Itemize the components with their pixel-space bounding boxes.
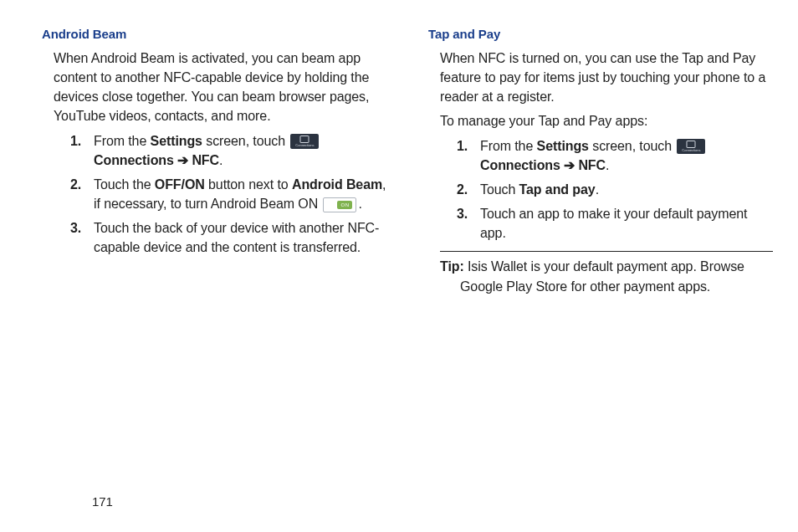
step-text: Touch xyxy=(480,182,519,197)
page-number: 171 xyxy=(92,494,113,509)
step-bold: Tap and pay xyxy=(519,182,596,197)
tap-and-pay-intro: When NFC is turned on, you can use the T… xyxy=(440,49,773,107)
step-text: . xyxy=(606,158,609,172)
list-item: 1. From the Settings screen, touch Conne… xyxy=(457,136,773,175)
step-number: 1. xyxy=(457,136,468,156)
step-text: button next to xyxy=(205,177,292,192)
step-bold: NFC xyxy=(578,158,606,172)
step-text: . xyxy=(596,182,599,197)
arrow-icon: ➔ xyxy=(560,158,579,172)
step-bold: Connections xyxy=(94,153,174,167)
list-item: 3. Touch an app to make it your default … xyxy=(457,204,773,243)
step-text: From the xyxy=(480,139,537,153)
on-switch-label: ON xyxy=(337,201,352,209)
step-text: . xyxy=(219,153,223,167)
divider xyxy=(440,251,773,252)
arrow-icon: ➔ xyxy=(174,153,192,167)
tap-and-pay-steps: 1. From the Settings screen, touch Conne… xyxy=(457,136,773,243)
step-number: 3. xyxy=(70,218,81,238)
tap-and-pay-sub: To manage your Tap and Pay apps: xyxy=(440,111,773,130)
step-bold: Settings xyxy=(537,139,589,153)
step-bold: Android Beam xyxy=(292,177,382,192)
step-text: screen, touch xyxy=(202,134,289,148)
step-bold: NFC xyxy=(192,153,219,167)
android-beam-intro: When Android Beam is activated, you can … xyxy=(54,49,386,126)
step-bold: Connections xyxy=(480,158,560,172)
step-text: Touch an app to make it your default pay… xyxy=(480,207,747,240)
tip-note: Tip: Isis Wallet is your default payment… xyxy=(440,257,773,295)
step-bold: Settings xyxy=(151,134,202,148)
list-item: 1. From the Settings screen, touch Conne… xyxy=(70,131,386,170)
step-number: 1. xyxy=(70,131,81,151)
step-number: 3. xyxy=(457,204,468,223)
tip-label: Tip: xyxy=(440,259,464,274)
step-text: Touch the back of your device with anoth… xyxy=(94,221,379,254)
step-text: . xyxy=(358,197,361,211)
step-bold: OFF/ON xyxy=(155,177,205,192)
list-item: 2. Touch the OFF/ON button next to Andro… xyxy=(70,175,386,213)
step-text: Touch the xyxy=(94,177,155,192)
step-text: From the xyxy=(94,134,151,148)
connections-icon xyxy=(290,134,319,149)
content-columns: Android Beam When Android Beam is activa… xyxy=(25,25,773,296)
right-column: Tap and Pay When NFC is turned on, you c… xyxy=(412,25,773,296)
left-column: Android Beam When Android Beam is activa… xyxy=(25,25,386,296)
connections-icon xyxy=(677,139,705,154)
section-title-tap-and-pay: Tap and Pay xyxy=(428,25,773,43)
step-text: screen, touch xyxy=(589,139,675,153)
section-title-android-beam: Android Beam xyxy=(42,25,386,43)
step-number: 2. xyxy=(457,180,468,199)
android-beam-steps: 1. From the Settings screen, touch Conne… xyxy=(70,131,386,258)
step-number: 2. xyxy=(70,175,81,194)
list-item: 3. Touch the back of your device with an… xyxy=(70,218,386,257)
on-switch-icon: ON xyxy=(323,197,356,212)
tip-text: Isis Wallet is your default payment app.… xyxy=(460,259,744,293)
list-item: 2. Touch Tap and pay. xyxy=(457,180,773,199)
